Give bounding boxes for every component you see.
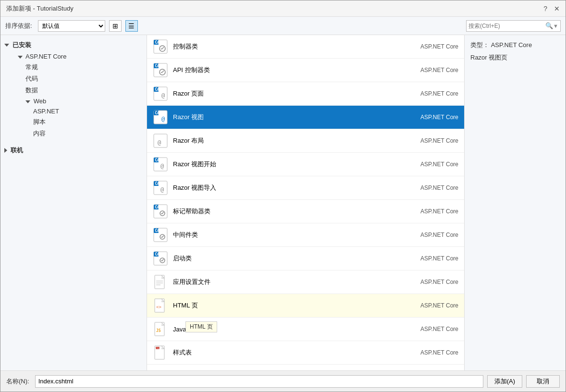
item-name-5: Razor 布局: [173, 136, 396, 145]
item-category-3: ASP.NET Core: [401, 90, 458, 97]
svg-text:C#: C#: [155, 229, 160, 233]
item-row-2[interactable]: C# API 控制器类 ASP.NET Core: [147, 59, 464, 82]
item-category-1: ASP.NET Core: [401, 43, 458, 50]
item-name-9: 中间件类: [173, 231, 396, 239]
list-view-button[interactable]: ☰: [125, 20, 138, 32]
info-panel: 类型： ASP.NET Core Razor 视图页: [465, 35, 566, 370]
type-prefix: 类型：: [470, 41, 489, 49]
sidebar-item-script[interactable]: 脚本: [0, 116, 147, 128]
svg-text:C#: C#: [155, 40, 160, 45]
aspnetcore-triangle: [18, 56, 23, 59]
type-value: ASP.NET Core: [491, 41, 532, 49]
item-row-8[interactable]: C# 标记帮助器类 ASP.NET Core: [147, 200, 464, 223]
svg-text:@: @: [161, 92, 165, 99]
window-controls: ? ✕: [543, 5, 560, 12]
search-icon[interactable]: 🔍: [545, 22, 553, 29]
item-name-6: Razor 视图开始: [173, 160, 396, 169]
svg-text:C#: C#: [155, 252, 160, 257]
item-name-4: Razor 视图: [173, 113, 396, 122]
item-icon-2: C#: [153, 62, 168, 78]
content-area: C# 控制器类 ASP.NET Core: [147, 35, 566, 370]
search-dropdown-icon[interactable]: ▼: [553, 23, 558, 29]
search-bar: 🔍 ▼: [466, 20, 561, 32]
close-button[interactable]: ✕: [554, 5, 560, 12]
sidebar-item-aspnetcore[interactable]: ASP.NET Core: [0, 51, 147, 61]
item-category-8: ASP.NET Core: [401, 208, 458, 215]
item-row-9[interactable]: C# 中间件类 ASP.NET Core: [147, 223, 464, 247]
item-name-1: 控制器类: [173, 42, 396, 51]
item-row-5[interactable]: @ Razor 布局 ASP.NET Core: [147, 129, 464, 153]
item-category-13: ASP.NET Core: [401, 326, 458, 332]
item-row-3[interactable]: C# @ Razor 页面 ASP.NET Core: [147, 82, 464, 106]
sidebar-item-code[interactable]: 代码: [0, 73, 147, 85]
item-name-11: 应用设置文件: [173, 278, 396, 286]
item-icon-3: C# @: [153, 86, 168, 101]
item-list[interactable]: C# 控制器类 ASP.NET Core: [147, 35, 465, 370]
item-icon-9: C#: [153, 227, 168, 243]
name-input[interactable]: [35, 375, 483, 388]
sort-select[interactable]: 默认值: [38, 20, 105, 32]
item-category-10: ASP.NET Core: [401, 255, 458, 262]
sidebar-item-normal[interactable]: 常规: [0, 61, 147, 73]
item-category-7: ASP.NET Core: [401, 184, 458, 191]
add-button[interactable]: 添加(A): [487, 375, 522, 388]
online-triangle: [4, 148, 7, 153]
item-category-9: ASP.NET Core: [401, 232, 458, 238]
grid-view-button[interactable]: ⊞: [109, 20, 122, 32]
svg-text:C#: C#: [155, 205, 160, 209]
item-name-14: 样式表: [173, 348, 396, 357]
help-button[interactable]: ?: [543, 5, 547, 12]
item-row-6[interactable]: C# @ Razor 视图开始 ASP.NET Core: [147, 153, 464, 176]
sort-label: 排序依据:: [5, 22, 32, 30]
bottom-bar: 名称(N): 添加(A) 取消: [0, 370, 566, 392]
cancel-button[interactable]: 取消: [526, 375, 560, 388]
code-label: 代码: [25, 75, 38, 82]
item-row-13[interactable]: JS JavaSc... HTML 页 ASP.NET Core: [147, 318, 464, 341]
installed-triangle: [4, 44, 9, 47]
item-name-10: 启动类: [173, 254, 396, 263]
item-icon-4: C# @: [153, 110, 168, 125]
item-category-14: ASP.NET Core: [401, 349, 458, 356]
name-label: 名称(N):: [6, 377, 29, 386]
aspnet-label: ASP.NET: [33, 108, 59, 115]
item-row-7[interactable]: C# @ Razor 视图导入 ASP.NET Core: [147, 176, 464, 200]
item-icon-8: C#: [153, 204, 168, 219]
sidebar-item-web[interactable]: Web: [0, 96, 147, 106]
online-label: 联机: [11, 146, 23, 155]
item-row-4[interactable]: C# @ Razor 视图 ASP.NET Core: [147, 106, 464, 129]
item-icon-7: C# @: [153, 180, 168, 196]
svg-text:C#: C#: [155, 87, 160, 92]
dialog-title: 添加新项 - TutorialStudy: [6, 4, 74, 13]
item-row-1[interactable]: C# 控制器类 ASP.NET Core: [147, 35, 464, 59]
item-category-6: ASP.NET Core: [401, 161, 458, 168]
item-category-12: ASP.NET Core: [401, 302, 458, 309]
item-row-10[interactable]: C# 启动类 ASP.NET Core: [147, 247, 464, 270]
item-row-14[interactable]: CSS 样式表 ASP.NET Core: [147, 341, 464, 365]
item-name-12: HTML 页: [173, 301, 396, 310]
toolbar: 排序依据: 默认值 ⊞ ☰ 🔍 ▼: [0, 17, 566, 35]
web-triangle: [25, 100, 30, 103]
search-input[interactable]: [468, 23, 545, 29]
item-name-7: Razor 视图导入: [173, 184, 396, 192]
sidebar-item-data[interactable]: 数据: [0, 85, 147, 96]
dialog-content: 已安装 ASP.NET Core 常规 代码 数据 Web ASP.NET 脚本…: [0, 35, 566, 370]
svg-text:JS: JS: [156, 329, 161, 333]
svg-text:C#: C#: [155, 158, 160, 162]
sidebar-item-content[interactable]: 内容: [0, 128, 147, 139]
item-row-12[interactable]: <> HTML 页 ASP.NET Core: [147, 294, 464, 318]
item-icon-11: [153, 274, 168, 290]
item-category-2: ASP.NET Core: [401, 67, 458, 74]
item-icon-14: CSS: [153, 345, 168, 360]
right-panel: C# 控制器类 ASP.NET Core: [147, 35, 566, 370]
item-category-4: ASP.NET Core: [401, 114, 458, 121]
item-icon-12: <>: [153, 298, 168, 313]
installed-section: 已安装: [0, 39, 147, 51]
item-category-5: ASP.NET Core: [401, 137, 458, 144]
item-icon-13: JS: [153, 321, 168, 337]
item-row-11[interactable]: 应用设置文件 ASP.NET Core: [147, 270, 464, 294]
svg-text:@: @: [158, 139, 161, 146]
sidebar-item-aspnet[interactable]: ASP.NET: [0, 106, 147, 116]
svg-text:@: @: [160, 186, 164, 193]
title-bar: 添加新项 - TutorialStudy ? ✕: [0, 0, 566, 17]
data-label: 数据: [25, 86, 38, 94]
